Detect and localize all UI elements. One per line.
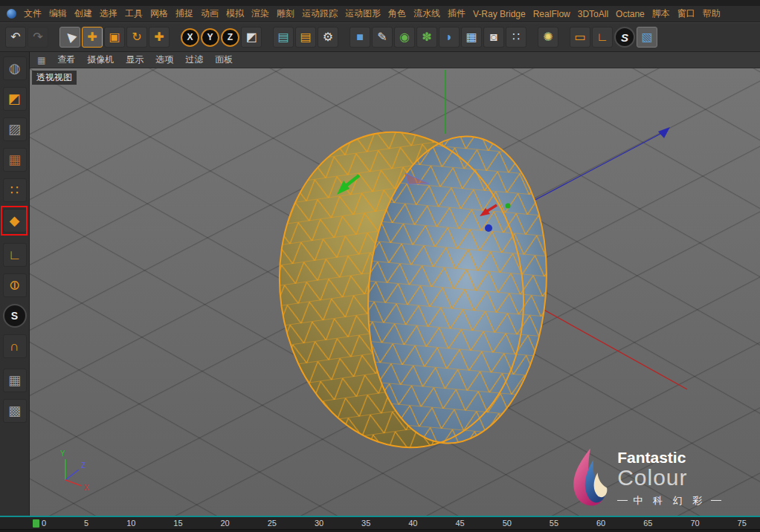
menu-edit[interactable]: 编辑	[45, 7, 71, 20]
timeline-tick[interactable]: 0	[42, 519, 46, 528]
timeline-tick[interactable]: 25	[268, 519, 277, 528]
timeline-tick[interactable]: 60	[596, 519, 605, 528]
menu-help[interactable]: 帮助	[699, 7, 724, 20]
lock-y-axis[interactable]: Y	[201, 28, 219, 47]
live-selection-tool[interactable]: ▶	[59, 27, 80, 48]
viewport-solo-mode[interactable]: ⊖	[3, 273, 27, 297]
viewport-menubar: ▦ 查看 摄像机 显示 选项 过滤 面板	[30, 52, 760, 68]
texture-mode[interactable]: ▨	[3, 117, 27, 141]
rotate-tool[interactable]: ↻	[126, 27, 147, 48]
mograph-cloner[interactable]: ✽	[416, 27, 437, 48]
menu-mesh[interactable]: 网格	[146, 7, 172, 20]
pen-spline-tool[interactable]: ✎	[372, 27, 393, 48]
move-tool[interactable]: ✚	[82, 27, 103, 48]
timeline-tick[interactable]: 65	[643, 519, 652, 528]
subdivision-surface[interactable]: ◉	[394, 27, 415, 48]
snap-badge[interactable]: S	[3, 304, 27, 328]
menu-animate[interactable]: 动画	[197, 7, 222, 20]
last-used-tool[interactable]: ✚	[149, 27, 170, 48]
vmenu-view[interactable]: 查看	[57, 53, 75, 66]
enable-axis-mode[interactable]: ∟	[3, 243, 27, 267]
model-mode[interactable]: ◩	[3, 87, 27, 111]
mode-toolbar: ◍ ◩ ▨ ▦ ∷ ◆ ∟ ⊖ S ∩ ▦ ▩	[0, 52, 30, 516]
menu-character[interactable]: 角色	[384, 7, 410, 20]
menu-items: 文件 编辑 创建 选择 工具 网格 捕捉 动画 模拟 渲染 雕刻 运动跟踪 运动…	[20, 7, 724, 20]
timeline-tick[interactable]: 75	[738, 519, 747, 528]
scale-tool[interactable]: ▣	[104, 27, 125, 48]
menu-create[interactable]: 创建	[71, 7, 96, 20]
render-to-picture-viewer[interactable]: ▤	[295, 27, 316, 48]
timeline-tick[interactable]: 50	[503, 519, 512, 528]
picture-viewer[interactable]: ▧	[637, 27, 657, 48]
scene-camera[interactable]: ◙	[483, 27, 504, 48]
viewport-panel-icon[interactable]: ▦	[37, 55, 45, 65]
viewport-canvas[interactable]: 透视视图 Y Z X	[30, 68, 760, 516]
axis-workplane[interactable]: ∟	[592, 27, 613, 48]
menu-render[interactable]: 渲染	[248, 7, 273, 20]
world-coordinates-mode[interactable]: ◍	[3, 56, 27, 80]
menu-octane[interactable]: Octane	[612, 9, 648, 19]
deformer[interactable]: ◗	[439, 27, 460, 48]
timeline-ruler[interactable]: 0 5 10 15 20 25 30 35 40 45 50 55 60 65 …	[0, 516, 760, 529]
menu-pipeline[interactable]: 流水线	[410, 7, 444, 20]
edit-render-settings[interactable]: ⚙	[318, 27, 338, 48]
vmenu-options[interactable]: 选项	[155, 53, 173, 66]
watermark-title: Fantastic	[617, 450, 721, 466]
menu-script[interactable]: 脚本	[648, 7, 674, 20]
viewport-view-label: 透视视图	[32, 71, 77, 85]
main-toolbar: ↶ ↷ ▶ ✚ ▣ ↻ ✚ X Y Z ◩ ▤ ▤ ⚙ ■ ✎ ◉ ✽ ◗ ▦ …	[0, 22, 760, 52]
light-object[interactable]: ✺	[538, 27, 558, 48]
menu-tools[interactable]: 工具	[121, 7, 146, 20]
render-view[interactable]: ▤	[273, 27, 294, 48]
sculpt-layout-badge[interactable]: S	[614, 27, 635, 48]
menu-simulate[interactable]: 模拟	[222, 7, 248, 20]
timeline-tick[interactable]: 70	[690, 519, 699, 528]
timeline-tick[interactable]: 5	[84, 519, 88, 528]
environment-floor[interactable]: ▦	[461, 27, 482, 48]
menu-realflow[interactable]: RealFlow	[529, 9, 574, 19]
menu-snap[interactable]: 捕捉	[172, 7, 197, 20]
lock-z-axis[interactable]: Z	[221, 28, 239, 47]
menu-file[interactable]: 文件	[20, 7, 45, 20]
menu-vray-bridge[interactable]: V-Ray Bridge	[469, 9, 529, 19]
coordinate-system[interactable]: ◩	[241, 27, 262, 48]
add-primitive-cube[interactable]: ■	[350, 27, 370, 48]
timeline-current-frame-marker[interactable]	[33, 519, 39, 528]
vmenu-display[interactable]: 显示	[126, 53, 144, 66]
menu-motion-tracker[interactable]: 运动跟踪	[298, 7, 341, 20]
lock-x-axis[interactable]: X	[181, 28, 199, 47]
undo-button[interactable]: ↶	[5, 27, 26, 48]
timeline-tick[interactable]: 20	[221, 519, 230, 528]
menu-plugins[interactable]: 插件	[444, 7, 469, 20]
watermark-rule-left	[617, 500, 628, 501]
redo-button[interactable]: ↷	[28, 27, 48, 48]
lock-workplane[interactable]: ▦	[3, 369, 27, 392]
planar-workplane[interactable]: ▩	[3, 399, 27, 423]
timeline-tick[interactable]: 30	[315, 519, 323, 528]
vmenu-camera[interactable]: 摄像机	[87, 53, 114, 66]
interactive-render-region[interactable]: ▭	[570, 27, 590, 48]
physical-sky[interactable]: ∷	[506, 27, 526, 48]
timeline-tick[interactable]: 35	[361, 519, 370, 528]
timeline-tick[interactable]: 40	[408, 519, 417, 528]
axis-label-y: Y	[60, 450, 65, 458]
axis-orientation-gizmo: Y Z X	[51, 447, 103, 496]
menu-select[interactable]: 选择	[96, 7, 121, 20]
timeline-tick[interactable]: 15	[173, 519, 182, 528]
watermark: Fantastic Colour 中 科 幻 彩	[568, 447, 721, 510]
app-icon[interactable]	[7, 9, 16, 19]
timeline-tick[interactable]: 10	[126, 519, 135, 528]
workplane-mode[interactable]: ▦	[3, 148, 27, 172]
gizmo-blue-handle	[485, 224, 492, 232]
enable-snap-magnet[interactable]: ∩	[3, 334, 27, 358]
timeline-tick[interactable]: 55	[550, 519, 558, 528]
menu-window[interactable]: 窗口	[674, 7, 699, 20]
menu-sculpt[interactable]: 雕刻	[273, 7, 298, 20]
menu-mograph[interactable]: 运动图形	[341, 7, 384, 20]
vmenu-filter[interactable]: 过滤	[185, 53, 203, 66]
menu-3dtoall[interactable]: 3DToAll	[574, 9, 612, 19]
vmenu-panel[interactable]: 面板	[215, 53, 233, 66]
points-mode[interactable]: ∷	[3, 178, 27, 202]
timeline-tick[interactable]: 45	[455, 519, 464, 528]
watermark-rule-right	[711, 500, 721, 501]
